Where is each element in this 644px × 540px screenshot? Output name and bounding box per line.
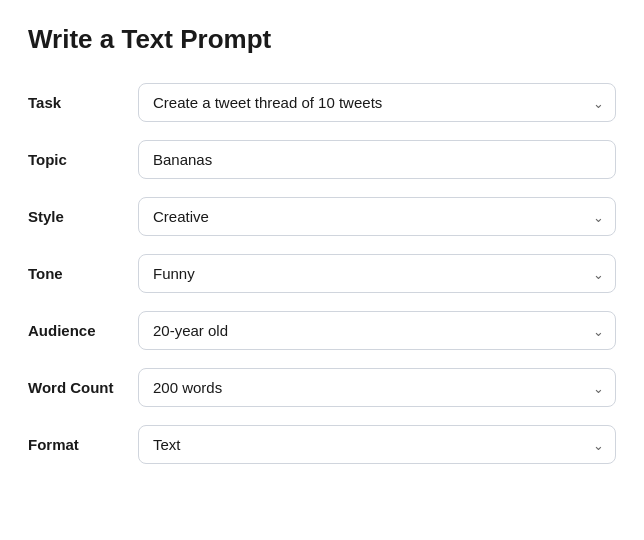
style-control: Creative Formal Casual Academic ⌄ xyxy=(138,197,616,236)
task-control: Create a tweet thread of 10 tweets Write… xyxy=(138,83,616,122)
task-label: Task xyxy=(28,93,138,113)
format-row: Format Text HTML Markdown JSON ⌄ xyxy=(28,425,616,464)
task-row: Task Create a tweet thread of 10 tweets … xyxy=(28,83,616,122)
tone-row: Tone Funny Serious Inspirational Informa… xyxy=(28,254,616,293)
audience-control: 20-year old Children Teenagers Adults Se… xyxy=(138,311,616,350)
audience-label: Audience xyxy=(28,321,138,341)
page-title: Write a Text Prompt xyxy=(28,24,616,55)
format-select[interactable]: Text HTML Markdown JSON xyxy=(138,425,616,464)
tone-label: Tone xyxy=(28,264,138,284)
tone-select[interactable]: Funny Serious Inspirational Informative xyxy=(138,254,616,293)
topic-input[interactable] xyxy=(138,140,616,179)
audience-row: Audience 20-year old Children Teenagers … xyxy=(28,311,616,350)
tone-select-wrapper: Funny Serious Inspirational Informative … xyxy=(138,254,616,293)
style-row: Style Creative Formal Casual Academic ⌄ xyxy=(28,197,616,236)
task-select-wrapper: Create a tweet thread of 10 tweets Write… xyxy=(138,83,616,122)
format-select-wrapper: Text HTML Markdown JSON ⌄ xyxy=(138,425,616,464)
word-count-row: Word Count 200 words 100 words 300 words… xyxy=(28,368,616,407)
word-count-control: 200 words 100 words 300 words 500 words … xyxy=(138,368,616,407)
word-count-select-wrapper: 200 words 100 words 300 words 500 words … xyxy=(138,368,616,407)
word-count-select[interactable]: 200 words 100 words 300 words 500 words … xyxy=(138,368,616,407)
word-count-label: Word Count xyxy=(28,368,138,398)
topic-label: Topic xyxy=(28,150,138,170)
format-label: Format xyxy=(28,435,138,455)
tone-control: Funny Serious Inspirational Informative … xyxy=(138,254,616,293)
style-label: Style xyxy=(28,207,138,227)
style-select[interactable]: Creative Formal Casual Academic xyxy=(138,197,616,236)
task-select[interactable]: Create a tweet thread of 10 tweets Write… xyxy=(138,83,616,122)
topic-control xyxy=(138,140,616,179)
audience-select[interactable]: 20-year old Children Teenagers Adults Se… xyxy=(138,311,616,350)
style-select-wrapper: Creative Formal Casual Academic ⌄ xyxy=(138,197,616,236)
format-control: Text HTML Markdown JSON ⌄ xyxy=(138,425,616,464)
topic-row: Topic xyxy=(28,140,616,179)
audience-select-wrapper: 20-year old Children Teenagers Adults Se… xyxy=(138,311,616,350)
